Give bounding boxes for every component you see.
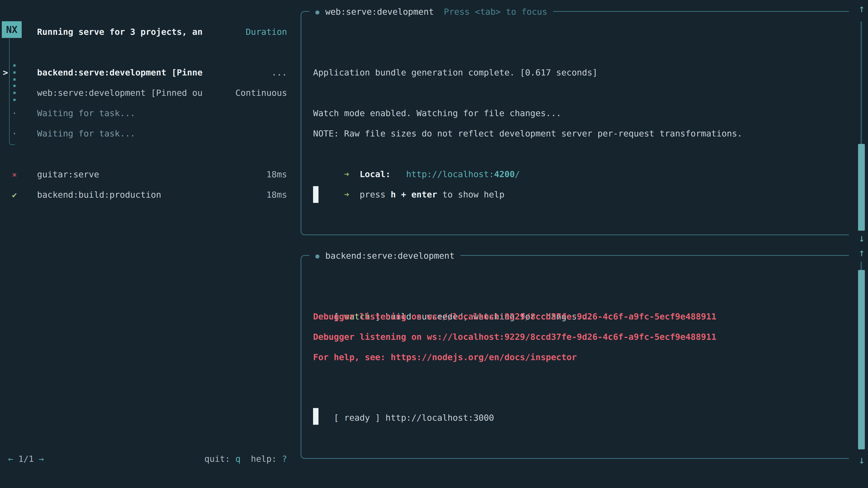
task-row-backend-build[interactable]: ✔ backend:build:production 18ms (0, 185, 301, 205)
task-label: guitar:serve (37, 164, 99, 185)
panel-backend-serve-development: ● backend:serve:development [ watch ] bu… (301, 255, 849, 459)
waiting-dot-icon: · (10, 123, 19, 144)
focus-hint: Press <tab> to focus (444, 7, 548, 17)
sidebar-header: Running serve for 3 projects, an Duratio… (0, 22, 301, 42)
log-line-ready: [ ready ] http://localhost:3000 (313, 387, 494, 408)
log-line-inspector-help: For help, see: https://nodejs.org/en/doc… (313, 347, 577, 367)
failed-x-icon: ✕ (10, 164, 19, 185)
bracket-close: ] (370, 413, 380, 423)
help-keys: h + enter (391, 190, 437, 199)
bracket-open: [ (334, 413, 344, 423)
terminal-cursor-block (313, 186, 318, 203)
quit-hint-key: q (235, 454, 241, 464)
task-row-web-serve[interactable]: web:serve:development [Pinned ou Continu… (0, 83, 301, 103)
scroll-down-icon[interactable]: ↓ (856, 232, 867, 244)
scrollbar-track[interactable] (861, 22, 862, 144)
task-row-guitar-serve[interactable]: ✕ guitar:serve 18ms (0, 164, 301, 185)
task-label: backend:build:production (37, 185, 161, 205)
page-number: 1/1 (18, 454, 34, 464)
scrollbar-thumb[interactable] (858, 144, 865, 231)
waiting-dot-icon: · (10, 103, 19, 123)
log-line-local-url: ➜ Local: http://localhost:4200/ (313, 144, 520, 164)
help-pre: press (360, 190, 391, 199)
task-meta: Continuous (235, 83, 287, 103)
log-line-help-hint: ➜ press h + enter to show help (313, 164, 504, 184)
scrollbar-track[interactable] (861, 262, 862, 270)
panel-title-text: web:serve:development (325, 7, 434, 17)
help-hint-label: help: (251, 454, 282, 464)
log-line-note: NOTE: Raw file sizes do not reflect deve… (313, 123, 742, 144)
terminal-cursor-block (313, 408, 318, 425)
log-line-bundle-complete: Application bundle generation complete. … (313, 62, 597, 83)
braille-spinner-icon (10, 62, 19, 83)
success-check-icon: ✔ (10, 185, 19, 205)
task-duration: 18ms (266, 185, 287, 205)
help-hint-key: ? (282, 454, 287, 464)
panel-web-serve-development: ● web:serve:development Press <tab> to f… (301, 11, 849, 235)
task-row-waiting-2[interactable]: · Waiting for task... (0, 123, 301, 144)
next-page-arrow-icon[interactable]: → (39, 454, 44, 464)
page-indicator: ← 1/1 → (8, 449, 44, 469)
ready-tag: ready (344, 413, 370, 423)
task-row-waiting-1[interactable]: · Waiting for task... (0, 103, 301, 123)
task-label: Waiting for task... (37, 103, 135, 123)
sidebar-title: Running serve for 3 projects, an (37, 22, 203, 42)
scroll-down-icon[interactable]: ↓ (856, 454, 867, 466)
log-line-watch-mode: Watch mode enabled. Watching for file ch… (313, 103, 561, 123)
task-status-dot-icon: ● (315, 8, 319, 16)
panel-header: ● backend:serve:development (309, 250, 460, 262)
task-row-backend-serve[interactable]: backend:serve:development [Pinne ... (0, 62, 301, 83)
scrollbar-thumb[interactable] (858, 270, 865, 449)
braille-spinner-icon (10, 83, 19, 103)
task-status-dot-icon: ● (315, 252, 319, 260)
ready-url: http://localhost:3000 (380, 413, 494, 423)
quit-hint-label: quit: (204, 454, 235, 464)
log-line-watch-tag: [ watch ] build succeeded, watching for … (313, 286, 592, 306)
panel-title-text: backend:serve:development (325, 251, 455, 261)
keyboard-hints: quit: q help: ? (204, 449, 287, 469)
prev-page-arrow-icon[interactable]: ← (8, 454, 13, 464)
task-label: backend:serve:development [Pinne (37, 62, 203, 83)
duration-column-label: Duration (246, 22, 287, 42)
hint-separator (241, 454, 251, 464)
arrow-icon: ➜ (334, 190, 360, 199)
scroll-up-icon[interactable]: ↑ (856, 247, 867, 258)
task-duration: 18ms (266, 164, 287, 185)
task-label: web:serve:development [Pinned ou (37, 83, 203, 103)
help-post: to show help (437, 190, 504, 199)
task-label: Waiting for task... (37, 123, 135, 144)
log-line-debugger-1: Debugger listening on ws://localhost:922… (313, 306, 716, 327)
task-sidebar: NX Running serve for 3 projects, an Dura… (0, 0, 301, 488)
scroll-up-icon[interactable]: ↑ (856, 3, 867, 14)
panel-header: ● web:serve:development Press <tab> to f… (309, 5, 553, 18)
log-line-debugger-2: Debugger listening on ws://localhost:922… (313, 327, 716, 347)
task-meta: ... (272, 62, 287, 83)
